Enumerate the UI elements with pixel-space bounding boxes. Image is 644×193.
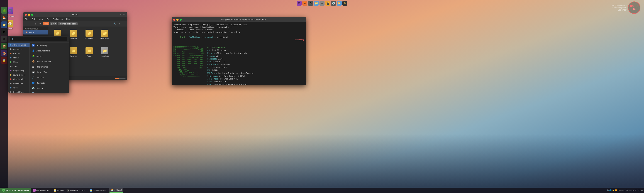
terminal-body[interactable]: remote: Resolving deltas: 100% (2/2), co… <box>172 22 306 85</box>
brasero-icon: 💿 <box>32 86 35 90</box>
cat-accessories[interactable]: Accessories <box>8 47 30 51</box>
bluetooth-tray-icon[interactable]: 📶 <box>615 190 617 192</box>
dock-security[interactable]: 🔒 <box>1 57 7 64</box>
app-archive-manager[interactable]: 📦 Archive Manager <box>30 59 69 64</box>
cat-places[interactable]: Places <box>8 86 30 90</box>
crumb-data[interactable]: DATA <box>50 22 58 25</box>
file-item-documents[interactable]: 📁 Documents <box>82 29 96 45</box>
launcher-dvd-icon[interactable]: 💿 <box>331 1 336 6</box>
left-dock: 🌿 🦊 📁 🖥 ⚙ 📦 🎨 🔒 <box>0 0 8 188</box>
file-item-public[interactable]: 📁 Public <box>82 46 96 62</box>
cat-sound-video[interactable]: Sound & Video <box>8 73 30 77</box>
banshee-icon: 🎵 <box>32 76 35 79</box>
home-taskbar-icon: 🏠 <box>54 189 56 192</box>
window-maximize-btn[interactable] <box>31 13 33 16</box>
grid-btn[interactable]: ⊞ <box>117 22 121 26</box>
menu-bookmarks[interactable]: Bookmarks <box>52 18 63 20</box>
zoom-slider[interactable] <box>115 78 126 79</box>
file-item-templates[interactable]: 📁 Templates <box>98 46 112 62</box>
taskbar-item-data[interactable]: 📁 ~/DATA/themes-... <box>88 188 109 193</box>
menu-edit[interactable]: Edit <box>31 18 36 20</box>
app-banshee[interactable]: 🎵 Banshee <box>30 75 69 80</box>
back-btn[interactable]: ← <box>24 22 28 26</box>
app-backup-tool[interactable]: 💾 Backup Tool <box>30 69 69 75</box>
app-backgrounds[interactable]: 🖼 Backgrounds <box>30 64 69 69</box>
city-overlay <box>0 134 644 188</box>
taskbar-item-home[interactable]: 🏠 ⊞ Home <box>52 188 65 193</box>
app-accessibility[interactable]: ♿ Accessibility <box>30 43 69 48</box>
menu-view[interactable]: View <box>38 18 44 20</box>
dock-firefox[interactable]: 🦊 <box>1 14 7 21</box>
dock-terminal[interactable]: 🖥 <box>1 29 7 35</box>
term-line-1: remote: Resolving deltas: 100% (2/2), co… <box>174 23 304 26</box>
terminal-taskbar-icon: 🖥 <box>67 189 70 192</box>
dock-mint[interactable]: 🌿 <box>1 7 7 13</box>
window-close-btn[interactable] <box>25 13 27 16</box>
cat-preferences[interactable]: Preferences <box>8 81 30 86</box>
dock-software[interactable]: 📦 <box>1 43 7 49</box>
cat-internet[interactable]: Internet <box>8 56 30 60</box>
cat-recent-files[interactable]: Recent Files <box>8 90 30 93</box>
applets-icon: 🧩 <box>32 54 35 58</box>
dock-settings[interactable]: ⚙ <box>1 36 7 42</box>
launcher-firefox-icon[interactable]: 🦊 <box>302 1 307 6</box>
cat-programming[interactable]: Programming <box>8 68 30 73</box>
menu-file[interactable]: File <box>24 18 29 20</box>
new-btn[interactable]: + <box>122 22 126 26</box>
clock-date: 10 <box>633 8 636 11</box>
bluetooth-icon: 🔵 <box>32 81 35 85</box>
volume-icon[interactable]: 🔊 <box>606 190 608 192</box>
crumb-erik[interactable]: erik <box>43 22 49 25</box>
app-bluetooth[interactable]: 🔵 Bluetooth <box>30 80 69 86</box>
backup-icon: 💾 <box>32 70 35 74</box>
launcher-sublime-icon[interactable]: S <box>342 1 348 6</box>
app-account-details[interactable]: 👤 Account details <box>30 48 69 53</box>
dock-files[interactable]: 📁 <box>1 21 7 28</box>
cat-administration[interactable]: Administration <box>8 77 30 81</box>
window-grid-view[interactable]: ⊞ <box>120 13 122 16</box>
app-search-input[interactable] <box>15 38 66 40</box>
window-list-view[interactable]: ☰ <box>123 13 126 16</box>
app-menu: 🔍 All Applications Accessories Graphics … <box>8 36 69 93</box>
launcher-pencil-icon[interactable]: ✏ <box>320 1 324 6</box>
dock-themes[interactable]: 🎨 <box>1 50 7 56</box>
window-minimize-btn[interactable] <box>28 13 30 16</box>
taskbar-item-home2[interactable]: 🏠 ⊞ [Home] <box>109 188 123 193</box>
launcher-files-icon[interactable]: 📁 <box>314 1 319 6</box>
search-btn[interactable]: 🔍 <box>113 22 117 26</box>
app-applets[interactable]: 🧩 Applets <box>30 53 69 59</box>
home-icon: 🏠 <box>25 31 28 34</box>
cat-all-applications[interactable]: All Applications <box>8 43 30 47</box>
menu-help[interactable]: Help <box>66 18 71 20</box>
album-app-icon: 🎵 <box>33 189 36 192</box>
app-brasero[interactable]: 💿 Brasero <box>30 86 69 91</box>
menu-go[interactable]: Go <box>46 18 50 20</box>
launcher-vlc-icon[interactable]: 🎬 <box>325 1 330 6</box>
taskbar-item-terminal[interactable]: 🖥 ☰ erik@Thunderto... <box>66 188 88 193</box>
sidebar-home[interactable]: 🏠 Home <box>23 30 48 34</box>
cat-graphics[interactable]: Graphics <box>8 51 30 56</box>
power-icon[interactable]: ⚡ <box>612 190 614 192</box>
term-line-5: [erik: ~/DATA/themes-icons-pack]$ screen… <box>174 34 304 44</box>
cat-office[interactable]: Office <box>8 60 30 64</box>
refresh-btn[interactable]: ⟳ <box>38 22 42 26</box>
taskbar-start-button[interactable]: Linux Mint 18 Cinnamon <box>0 188 31 193</box>
cat-other[interactable]: Other <box>8 64 30 68</box>
crumb-themes[interactable]: themes-icons-pack <box>58 22 78 25</box>
network-icon[interactable]: 🌐 <box>609 190 612 192</box>
neofetch-art: MMMMMMMMMMMMMMMMMMMMMMNmds+. MMm----::-:… <box>174 46 204 85</box>
launcher-settings-icon[interactable]: ⚙ <box>308 1 313 6</box>
file-item-downloads[interactable]: 📁 Downloads <box>98 29 112 45</box>
terminal-close-btn[interactable] <box>173 18 175 21</box>
terminal-min-btn[interactable] <box>176 18 178 21</box>
launcher-grid-icon[interactable]: ⊞ <box>296 1 302 6</box>
app-bulk-rename[interactable]: 📝 Bulk Rename <box>30 91 69 93</box>
launcher-folder-icon[interactable]: 📂 <box>337 1 342 6</box>
taskbar-open-windows: 🎵 [erikdubois's alb... 🏠 ⊞ Home 🖥 ☰ erik… <box>31 188 605 193</box>
taskbar-item-album[interactable]: 🎵 [erikdubois's alb... <box>32 188 52 193</box>
term-line-4: Branch master set up to track remote bra… <box>174 31 304 34</box>
forward-btn[interactable]: → <box>29 22 33 26</box>
terminal-max-btn[interactable] <box>180 18 182 21</box>
neofetch-output: MMMMMMMMMMMMMMMMMMMMMMNmds+. MMm----::-:… <box>174 46 304 85</box>
up-btn[interactable]: ↑ <box>34 22 38 26</box>
